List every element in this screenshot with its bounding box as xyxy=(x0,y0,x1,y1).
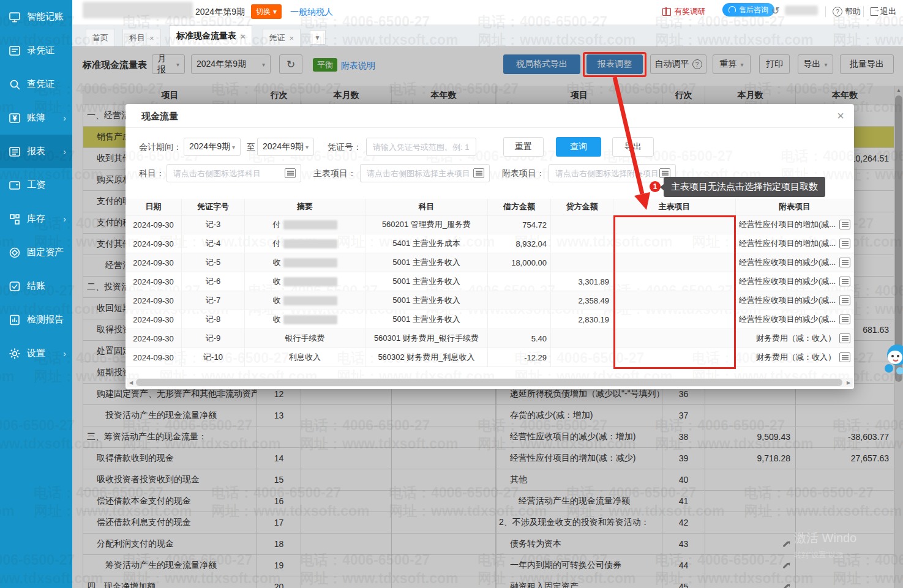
sub-item-picker-icon[interactable] xyxy=(839,314,850,324)
sub-item-picker-icon[interactable] xyxy=(839,352,850,362)
sub-item-picker-icon[interactable] xyxy=(659,168,670,178)
sidebar-item-search[interactable]: 查凭证 xyxy=(0,67,72,101)
redacted-text xyxy=(283,239,337,248)
sub-item-picker-icon[interactable] xyxy=(839,277,850,286)
voucher-no-cell: 记-3 xyxy=(182,215,245,234)
subject-cell: 560301 财务费用_银行手续费 xyxy=(365,329,488,348)
main-item-picker-icon[interactable] xyxy=(473,168,484,178)
voucher-row[interactable]: 2024-09-30记-9银行手续费560301 财务费用_银行手续费5.40财… xyxy=(126,329,854,348)
debit-cell: 8,932.04 xyxy=(488,234,551,253)
date-cell: 2024-09-30 xyxy=(126,291,182,310)
taxpayer-type-link[interactable]: 一般纳税人 xyxy=(290,7,333,18)
sub-item-picker-icon[interactable] xyxy=(839,239,850,248)
tab-voucher[interactable]: 凭证× xyxy=(263,29,301,47)
summary-cell: 收 xyxy=(245,310,365,329)
sub-item-picker-icon[interactable] xyxy=(839,333,850,343)
sidebar-item-salary[interactable]: 工资 xyxy=(0,168,72,202)
subject-input[interactable] xyxy=(172,168,285,179)
voucher-row[interactable]: 2024-09-30记-10利息收入560302 财务费用_利息收入-12.29… xyxy=(126,348,854,367)
voucher-row[interactable]: 2024-09-30记-6收5001 主营业务收入3,301.89经营性应收项目… xyxy=(126,272,854,291)
tab-subject[interactable]: 科目× xyxy=(122,29,161,47)
debit-cell: 754.72 xyxy=(488,215,551,234)
period-range-label: 会计期间： xyxy=(139,142,182,153)
subject-cell: 560201 管理费用_服务费 xyxy=(365,215,488,234)
undo-icon[interactable]: ↺ xyxy=(771,5,779,17)
date-cell: 2024-09-30 xyxy=(126,348,182,367)
subject-cell: 5001 主营业务收入 xyxy=(365,272,488,291)
voucher-row[interactable]: 2024-09-30记-3付560201 管理费用_服务费754.72经营性应付… xyxy=(126,215,854,234)
sidebar-item-asset[interactable]: 固定资产 xyxy=(0,236,72,269)
sidebar-item-label: 检测报告 xyxy=(27,314,64,326)
headset-icon xyxy=(729,6,736,13)
main-item-cell xyxy=(613,253,736,272)
horizontal-scrollbar[interactable]: ◀ ▶ xyxy=(127,378,853,387)
scrollbar-thumb[interactable] xyxy=(136,379,842,386)
sidebar-item-ledger[interactable]: ¥账簿› xyxy=(0,101,72,135)
sidebar-item-report[interactable]: 报表› xyxy=(0,135,72,168)
main-item-input[interactable] xyxy=(365,168,473,179)
period-to-select[interactable]: 2024年9期▾ xyxy=(257,138,314,156)
close-icon[interactable]: × xyxy=(290,34,294,43)
subject-picker-icon[interactable] xyxy=(285,168,296,178)
voucher-row[interactable]: 2024-09-30记-5收5001 主营业务收入18,000.00经营性应收项… xyxy=(126,253,854,272)
date-cell: 2024-09-30 xyxy=(126,253,182,272)
sub-item-picker-icon[interactable] xyxy=(839,296,850,305)
logout-link[interactable]: 退出 xyxy=(871,6,896,17)
sub-item-input[interactable] xyxy=(554,168,659,179)
search-icon xyxy=(8,78,21,91)
scroll-left-icon[interactable]: ◀ xyxy=(127,378,135,387)
tab-label: 首页 xyxy=(92,32,108,43)
close-icon[interactable]: × xyxy=(149,34,154,43)
period-from-select[interactable]: 2024年9期▾ xyxy=(184,138,241,156)
debit-cell xyxy=(488,310,551,329)
help-link[interactable]: ?帮助 xyxy=(833,6,861,17)
aftersale-support-button[interactable]: 售后咨询 xyxy=(722,3,774,17)
sub-item-picker-icon[interactable] xyxy=(839,258,850,267)
voucher-row[interactable]: 2024-09-30记-8收5001 主营业务收入2,830.19经营性应收项目… xyxy=(126,310,854,329)
date-cell: 2024-09-30 xyxy=(126,234,182,253)
tab-list-dropdown[interactable]: ▼ xyxy=(310,30,326,45)
sidebar-item-closing[interactable]: 结账 xyxy=(0,269,72,303)
voucher-no-input[interactable] xyxy=(372,142,471,152)
scroll-right-icon[interactable]: ▶ xyxy=(844,378,853,387)
fixed-asset-icon xyxy=(8,246,21,259)
debit-cell xyxy=(488,272,551,291)
tab-home[interactable]: 首页 xyxy=(86,29,115,47)
sidebar: 智能记账录凭证查凭证¥账簿›报表›工资库存›固定资产结账检测报告设置› xyxy=(0,0,72,588)
company-name-redacted xyxy=(83,2,193,18)
sidebar-item-checkreport[interactable]: 检测报告 xyxy=(0,303,72,337)
close-icon[interactable]: × xyxy=(241,32,245,41)
sidebar-item-label: 设置 xyxy=(27,348,45,359)
divider xyxy=(863,6,864,17)
chevron-right-icon: › xyxy=(63,349,66,359)
sub-item-picker-icon[interactable] xyxy=(839,220,850,229)
query-button[interactable]: 查询 xyxy=(556,137,601,157)
export-button[interactable]: 导出 xyxy=(612,137,654,157)
reset-button[interactable]: 重置 xyxy=(503,137,544,157)
sidebar-item-smart[interactable]: 智能记账 xyxy=(0,0,72,34)
voucher-row[interactable]: 2024-09-30记-4付5401 主营业务成本8,932.04经营性应付项目… xyxy=(126,234,854,253)
redacted-text xyxy=(283,277,337,286)
chevron-right-icon: › xyxy=(63,214,66,224)
subject-cell: 5001 主营业务收入 xyxy=(365,310,488,329)
redacted-text xyxy=(283,296,337,305)
subject-field xyxy=(167,164,301,182)
summary-cell: 利息收入 xyxy=(245,348,365,367)
voucher-no-cell: 记-10 xyxy=(182,348,245,367)
closing-icon xyxy=(8,280,21,293)
sub-item-cell: 经营性应付项目的增加(减... xyxy=(736,234,854,253)
sub-item-cell: 经营性应付项目的增加(减... xyxy=(736,215,854,234)
sidebar-item-inventory[interactable]: 库存› xyxy=(0,202,72,236)
modal-title: 现金流量 xyxy=(141,111,178,122)
sidebar-item-settings[interactable]: 设置› xyxy=(0,337,72,370)
tab-label: 凭证 xyxy=(269,32,285,43)
switch-period-button[interactable]: 切换▾ xyxy=(251,4,282,19)
credit-cell: 3,301.89 xyxy=(551,272,613,291)
tab-cashflow[interactable]: 标准现金流量表× xyxy=(170,25,252,47)
assistant-mascot[interactable] xyxy=(882,343,903,381)
survey-link[interactable]: 有奖调研 xyxy=(662,6,706,17)
voucher-row[interactable]: 2024-09-30记-7收5001 主营业务收入2,358.49经营性应收项目… xyxy=(126,291,854,310)
sidebar-item-record[interactable]: 录凭证 xyxy=(0,34,72,67)
column-header: 摘要 xyxy=(245,199,365,215)
close-icon[interactable]: × xyxy=(837,109,844,123)
